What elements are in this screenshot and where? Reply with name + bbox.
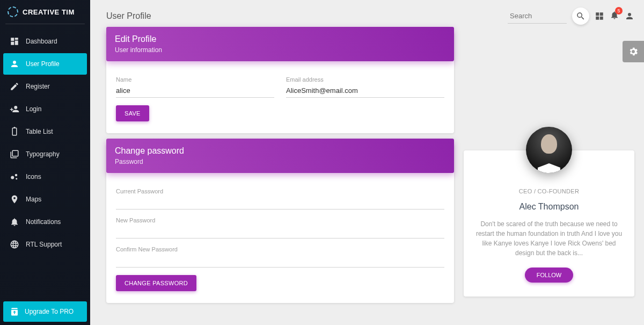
svg-point-2 <box>16 178 17 179</box>
avatar <box>526 127 572 173</box>
topbar-right: 5 <box>508 8 634 25</box>
person-icon[interactable] <box>625 11 634 21</box>
sidebar-item-label: Dashboard <box>26 38 57 45</box>
name-input[interactable] <box>116 84 274 98</box>
clipboard-icon <box>10 127 19 136</box>
search-input[interactable] <box>508 9 567 24</box>
page-title: User Profile <box>106 11 151 21</box>
dashboard-icon <box>10 37 19 46</box>
sidebar-item-label: Maps <box>26 196 41 203</box>
sidebar-item-register[interactable]: Register <box>3 76 87 97</box>
card-header: Edit Profile User information <box>106 27 454 61</box>
apps-icon[interactable] <box>595 11 604 21</box>
sidebar-item-login[interactable]: Login <box>3 98 87 120</box>
main: User Profile 5 Edit Profile User informa… <box>90 0 644 323</box>
svg-point-1 <box>15 174 18 177</box>
card-title: Change password <box>115 146 445 156</box>
pencil-icon <box>10 82 19 91</box>
unarchive-icon <box>10 307 19 316</box>
left-column: Edit Profile User information Name Email… <box>106 32 454 314</box>
save-button[interactable]: SAVE <box>116 105 149 121</box>
sidebar: CREATIVE TIM Dashboard User Profile Regi… <box>0 0 90 325</box>
sidebar-item-label: RTL Support <box>26 241 62 248</box>
sidebar-item-label: Register <box>26 83 50 90</box>
svg-point-0 <box>11 176 14 179</box>
language-icon <box>10 240 19 249</box>
upgrade-button[interactable]: Upgrade To PRO <box>3 301 87 322</box>
sidebar-item-label: Typography <box>26 150 60 158</box>
settings-fab[interactable] <box>623 41 644 62</box>
divider <box>5 24 85 24</box>
profile-bio: Don't be scared of the truth because we … <box>475 219 623 258</box>
confirm-password-label: Confirm New Password <box>116 246 444 252</box>
edit-profile-card: Edit Profile User information Name Email… <box>106 32 454 144</box>
profile-role: CEO / CO-FOUNDER <box>475 188 623 194</box>
brand-text: CREATIVE TIM <box>23 8 75 16</box>
person-icon <box>10 59 19 69</box>
content: Edit Profile User information Name Email… <box>106 32 634 314</box>
current-password-label: Current Password <box>116 188 444 194</box>
new-password-label: New Password <box>116 217 444 223</box>
sidebar-item-table-list[interactable]: Table List <box>3 121 87 142</box>
card-subtitle: User information <box>115 46 445 54</box>
sidebar-item-typography[interactable]: Typography <box>3 143 87 165</box>
card-header: Change password Password <box>106 139 454 173</box>
card-subtitle: Password <box>115 158 445 165</box>
notifications-button[interactable]: 5 <box>610 10 619 22</box>
change-password-card: Change password Password Current Passwor… <box>106 144 454 314</box>
sidebar-item-label: Login <box>26 105 41 113</box>
name-label: Name <box>116 76 274 83</box>
profile-name: Alec Thompson <box>475 202 623 212</box>
sidebar-item-dashboard[interactable]: Dashboard <box>3 31 87 52</box>
location-icon <box>10 194 19 204</box>
notification-badge: 5 <box>615 7 623 15</box>
sidebar-item-label: User Profile <box>26 60 60 68</box>
card-body: Current Password New Password Confirm Ne… <box>106 178 454 303</box>
sidebar-item-rtl[interactable]: RTL Support <box>3 234 87 255</box>
gear-icon <box>628 46 639 57</box>
bell-icon <box>10 217 19 227</box>
sidebar-item-user-profile[interactable]: User Profile <box>3 53 87 75</box>
card-body: Name Email address SAVE <box>106 67 454 133</box>
confirm-password-input[interactable] <box>116 254 444 268</box>
sidebar-item-label: Icons <box>26 173 41 180</box>
upgrade-label: Upgrade To PRO <box>25 308 74 315</box>
right-column: CEO / CO-FOUNDER Alec Thompson Don't be … <box>464 32 634 314</box>
sidebar-item-label: Table List <box>26 128 53 135</box>
change-password-button[interactable]: CHANGE PASSWORD <box>116 275 196 291</box>
sidebar-item-maps[interactable]: Maps <box>3 189 87 210</box>
sidebar-item-icons[interactable]: Icons <box>3 166 87 187</box>
search-icon <box>576 11 586 21</box>
sidebar-item-notifications[interactable]: Notifications <box>3 211 87 233</box>
new-password-input[interactable] <box>116 225 444 239</box>
bubble-icon <box>10 172 19 182</box>
email-label: Email address <box>286 76 444 83</box>
upgrade-wrap: Upgrade To PRO <box>0 298 90 325</box>
profile-card: CEO / CO-FOUNDER Alec Thompson Don't be … <box>464 150 634 297</box>
email-input[interactable] <box>286 84 444 98</box>
sidebar-nav: Dashboard User Profile Register Login Ta… <box>0 28 90 298</box>
person-add-icon <box>10 104 19 114</box>
library-icon <box>10 149 19 159</box>
card-title: Edit Profile <box>115 34 445 44</box>
sidebar-item-label: Notifications <box>26 218 61 226</box>
current-password-input[interactable] <box>116 196 444 210</box>
follow-button[interactable]: FOLLOW <box>525 268 573 283</box>
brand[interactable]: CREATIVE TIM <box>0 0 90 24</box>
search-button[interactable] <box>572 8 589 25</box>
react-logo-icon <box>8 6 18 17</box>
